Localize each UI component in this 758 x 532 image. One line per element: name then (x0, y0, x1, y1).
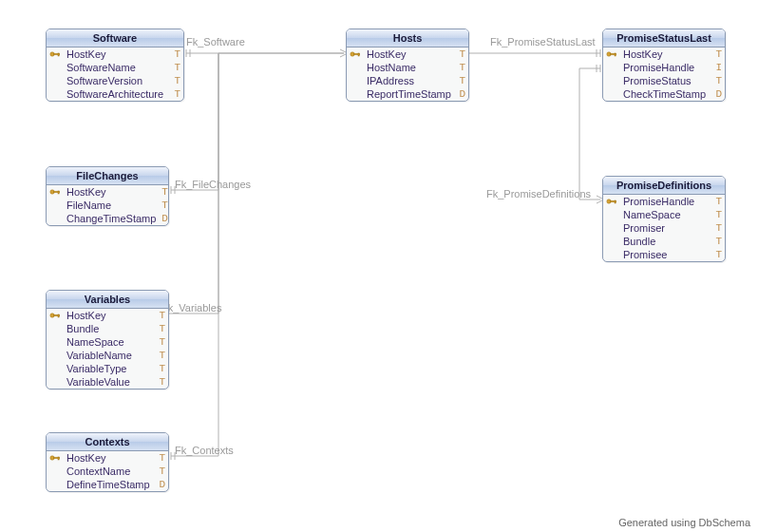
column-row[interactable]: HostKeyT (47, 451, 168, 465)
column-name: HostKey (620, 48, 711, 61)
column-row[interactable]: VariableValueT (47, 375, 168, 389)
column-row[interactable]: ReportTimeStampD (347, 87, 468, 101)
column-type: T (155, 349, 168, 362)
column-type: I (711, 61, 725, 74)
column-row[interactable]: HostKeyT (347, 48, 468, 61)
table-software[interactable]: Software HostKeyTSoftwareNameTSoftwareVe… (46, 28, 184, 102)
primary-key-icon (603, 48, 620, 61)
column-name: HostKey (64, 309, 155, 322)
primary-key-icon (603, 195, 620, 208)
primary-key-icon (347, 48, 364, 61)
column-type: T (155, 362, 168, 375)
table-columns: HostKeyTHostNameTIPAddressTReportTimeSta… (347, 48, 468, 101)
column-row[interactable]: PromiserT (603, 221, 725, 235)
column-name: IPAddress (364, 74, 455, 87)
column-type: T (159, 185, 169, 199)
column-name: ReportTimeStamp (364, 87, 455, 101)
column-type: T (155, 375, 168, 389)
column-type: T (170, 61, 183, 74)
key-icon (49, 187, 61, 197)
key-icon (606, 197, 617, 206)
svg-rect-20 (58, 457, 59, 460)
table-columns: HostKeyTBundleTNameSpaceTVariableNameTVa… (47, 309, 168, 389)
column-name: DefineTimeStamp (64, 478, 155, 491)
column-row[interactable]: NameSpaceT (47, 335, 168, 349)
table-columns: PromiseHandleTNameSpaceTPromiserTBundleT… (603, 195, 725, 261)
primary-key-icon (47, 48, 64, 61)
column-row[interactable]: PromiseeT (603, 248, 725, 261)
table-contexts[interactable]: Contexts HostKeyTContextNameTDefineTimeS… (46, 432, 169, 492)
column-row[interactable]: BundleT (47, 322, 168, 335)
column-row[interactable]: HostKeyT (603, 48, 725, 61)
table-header: Contexts (47, 433, 168, 451)
column-type: D (155, 478, 168, 491)
column-type: T (155, 322, 168, 335)
column-row[interactable]: HostKeyT (47, 185, 169, 199)
blank-icon (603, 235, 620, 248)
column-row[interactable]: HostNameT (347, 61, 468, 74)
column-type: T (455, 61, 468, 74)
column-type: T (711, 48, 725, 61)
fk-label-promisestatuslast: Fk_PromiseStatusLast (490, 36, 596, 48)
column-type: D (159, 212, 169, 225)
blank-icon (603, 74, 620, 87)
column-row[interactable]: SoftwareArchitectureT (47, 87, 183, 101)
blank-icon (47, 362, 64, 375)
table-promisestatuslast[interactable]: PromiseStatusLast HostKeyTPromiseHandleI… (602, 28, 726, 102)
column-type: T (170, 74, 183, 87)
column-row[interactable]: ChangeTimeStampD (47, 212, 169, 225)
key-icon (49, 49, 61, 59)
column-name: FileName (64, 199, 159, 212)
column-row[interactable]: HostKeyT (47, 48, 183, 61)
column-type: T (711, 221, 725, 235)
table-header: Hosts (347, 29, 468, 48)
blank-icon (47, 335, 64, 349)
table-promisedefinitions[interactable]: PromiseDefinitions PromiseHandleTNameSpa… (602, 176, 726, 262)
column-row[interactable]: IPAddressT (347, 74, 468, 87)
table-header: PromiseStatusLast (603, 29, 725, 48)
column-name: PromiseStatus (620, 74, 711, 87)
blank-icon (47, 74, 64, 87)
column-row[interactable]: PromiseStatusT (603, 74, 725, 87)
table-hosts[interactable]: Hosts HostKeyTHostNameTIPAddressTReportT… (346, 28, 469, 102)
column-type: T (711, 208, 725, 221)
column-row[interactable]: SoftwareNameT (47, 61, 183, 74)
column-row[interactable]: VariableTypeT (47, 362, 168, 375)
column-type: T (155, 465, 168, 478)
blank-icon (47, 87, 64, 101)
blank-icon (603, 61, 620, 74)
blank-icon (47, 322, 64, 335)
column-row[interactable]: VariableNameT (47, 349, 168, 362)
table-variables[interactable]: Variables HostKeyTBundleTNameSpaceTVaria… (46, 290, 169, 390)
table-header: PromiseDefinitions (603, 177, 725, 195)
column-name: Promiser (620, 221, 711, 235)
column-name: HostKey (64, 451, 155, 465)
blank-icon (47, 465, 64, 478)
column-row[interactable]: SoftwareVersionT (47, 74, 183, 87)
column-type: T (155, 309, 168, 322)
column-row[interactable]: PromiseHandleI (603, 61, 725, 74)
column-row[interactable]: CheckTimeStampD (603, 87, 725, 101)
column-name: VariableType (64, 362, 155, 375)
column-row[interactable]: HostKeyT (47, 309, 168, 322)
column-row[interactable]: PromiseHandleT (603, 195, 725, 208)
column-name: ContextName (64, 465, 155, 478)
column-name: NameSpace (620, 208, 711, 221)
table-header: Variables (47, 291, 168, 309)
column-row[interactable]: DefineTimeStampD (47, 478, 168, 491)
column-name: PromiseHandle (620, 61, 711, 74)
column-type: T (711, 74, 725, 87)
svg-rect-2 (358, 53, 359, 56)
column-row[interactable]: BundleT (603, 235, 725, 248)
column-name: NameSpace (64, 335, 155, 349)
table-filechanges[interactable]: FileChanges HostKeyTFileNameTChangeTimeS… (46, 166, 169, 226)
column-row[interactable]: FileNameT (47, 199, 169, 212)
key-icon (49, 453, 61, 463)
fk-label-contexts: Fk_Contexts (175, 445, 234, 456)
column-type: D (455, 87, 468, 101)
table-columns: HostKeyTFileNameTChangeTimeStampD (47, 185, 169, 225)
column-row[interactable]: ContextNameT (47, 465, 168, 478)
table-columns: HostKeyTSoftwareNameTSoftwareVersionTSof… (47, 48, 183, 101)
column-row[interactable]: NameSpaceT (603, 208, 725, 221)
blank-icon (603, 87, 620, 101)
